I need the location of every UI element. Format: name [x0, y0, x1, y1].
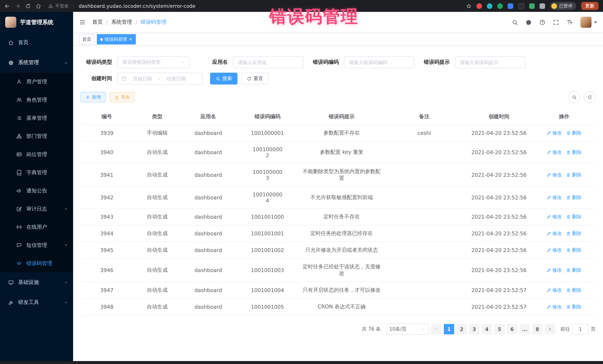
start-date-input[interactable]: [129, 76, 156, 81]
cell-actions: 修改 删除: [533, 163, 596, 187]
address-url[interactable]: dashboard.yudao.iocoder.cn/system/error-…: [79, 3, 196, 9]
delete-link[interactable]: 删除: [567, 130, 582, 136]
sidebar-item-dev-tools[interactable]: 研发工具: [0, 292, 73, 312]
range-separator: -: [158, 76, 160, 81]
page-size-select[interactable]: 10条/页: [386, 324, 429, 335]
extension-icon-blue[interactable]: [508, 3, 513, 9]
paused-badge[interactable]: 已暂停: [550, 2, 576, 10]
delete-link[interactable]: 删除: [567, 304, 582, 310]
page-button-4[interactable]: 4: [482, 324, 492, 334]
edit-link[interactable]: 修改: [547, 267, 562, 274]
sidebar-item-announcements[interactable]: 通知公告: [0, 182, 73, 200]
bookmark-star-icon[interactable]: [466, 3, 472, 9]
delete-link[interactable]: 删除: [567, 230, 582, 237]
delete-link[interactable]: 删除: [567, 247, 582, 254]
browser-forward-icon[interactable]: [15, 3, 20, 9]
sidebar-item-sms[interactable]: 短信管理: [0, 236, 73, 254]
next-page-button[interactable]: [545, 324, 555, 334]
id-card-icon: [16, 152, 22, 157]
sidebar-item-error-codes[interactable]: 错误码管理: [0, 254, 73, 272]
puzzle-extensions-icon[interactable]: [540, 3, 545, 9]
edit-link[interactable]: 修改: [547, 287, 562, 294]
sidebar-item-positions[interactable]: 岗位管理: [0, 145, 73, 164]
delete-link[interactable]: 删除: [567, 213, 582, 220]
toggle-search-button[interactable]: [568, 91, 580, 103]
extension-icon-green2[interactable]: [529, 3, 535, 9]
export-button[interactable]: 导出: [109, 92, 135, 102]
delete-link[interactable]: 删除: [567, 149, 582, 156]
sidebar-item-users[interactable]: 用户管理: [0, 73, 73, 91]
delete-link[interactable]: 删除: [567, 194, 582, 201]
refresh-table-button[interactable]: [584, 91, 596, 103]
goto-page-input[interactable]: [572, 324, 589, 334]
delete-link[interactable]: 删除: [567, 172, 582, 178]
cell-app: dashboard: [181, 187, 235, 209]
edit-link[interactable]: 修改: [547, 247, 562, 254]
sidebar-item-home[interactable]: 首页: [0, 33, 73, 53]
page-button-8[interactable]: 8: [532, 324, 543, 334]
breadcrumb-home[interactable]: 首页: [93, 19, 103, 26]
extension-icon-green[interactable]: [497, 3, 503, 9]
download-icon: [114, 95, 119, 99]
page-button-3[interactable]: 3: [469, 324, 479, 334]
app-logo[interactable]: 芋道管理系统: [0, 12, 73, 33]
sidebar-item-system[interactable]: 系统管理: [0, 53, 73, 73]
page-button-6[interactable]: 6: [507, 324, 517, 334]
edit-link[interactable]: 修改: [547, 149, 562, 156]
end-date-input[interactable]: [162, 76, 190, 81]
more-pages-button[interactable]: ...: [520, 324, 530, 334]
prev-page-button[interactable]: [431, 324, 441, 334]
tab-error-codes[interactable]: 错误码管理: [97, 34, 136, 44]
close-icon[interactable]: [129, 37, 132, 41]
browser-reload-icon[interactable]: [25, 3, 31, 9]
extension-icon-dark[interactable]: [518, 3, 524, 9]
date-range-picker[interactable]: -: [117, 73, 203, 85]
edit-link[interactable]: 修改: [547, 194, 562, 201]
reset-button[interactable]: 重置: [241, 73, 269, 85]
sidebar-item-roles[interactable]: 角色管理: [0, 91, 73, 109]
edit-link[interactable]: 修改: [547, 213, 562, 220]
search-button[interactable]: 搜索: [210, 73, 237, 85]
page-content: 错误码类型 请选择错误码类型 应用名 错误码编码: [73, 46, 603, 364]
page-button-2[interactable]: 2: [456, 324, 467, 334]
page-button-5[interactable]: 5: [494, 324, 505, 334]
extension-icon-teal[interactable]: [487, 3, 492, 9]
error-code-input[interactable]: [344, 56, 415, 68]
tags-bar: 首页 错误码管理: [73, 33, 603, 46]
github-icon[interactable]: [525, 19, 532, 25]
font-size-icon[interactable]: [567, 19, 573, 25]
error-message-input[interactable]: [455, 56, 525, 68]
tab-home[interactable]: 首页: [79, 34, 95, 44]
page-button-1[interactable]: 1: [444, 324, 454, 334]
edit-link[interactable]: 修改: [547, 130, 562, 136]
hamburger-icon[interactable]: [79, 19, 86, 26]
sidebar-item-infrastructure[interactable]: 基础设施: [0, 272, 73, 292]
sidebar-item-audit-logs[interactable]: 审计日志: [0, 200, 73, 218]
browser-back-icon[interactable]: [4, 3, 10, 9]
browser-home-icon[interactable]: [36, 3, 41, 9]
chevron-left-icon: [434, 327, 439, 331]
search-icon[interactable]: [512, 19, 518, 25]
security-indicator[interactable]: 不安全: [48, 3, 69, 9]
sidebar-item-dictionary[interactable]: 字典管理: [0, 164, 73, 182]
fullscreen-icon[interactable]: [553, 19, 559, 25]
edit-link[interactable]: 修改: [547, 172, 562, 178]
breadcrumb-system[interactable]: 系统管理: [111, 19, 132, 26]
delete-icon: [567, 268, 571, 272]
cell-actions: 修改 删除: [533, 225, 596, 242]
help-icon[interactable]: [539, 19, 545, 25]
user-menu[interactable]: [580, 17, 597, 28]
extension-icon-red[interactable]: [476, 3, 482, 9]
edit-link[interactable]: 修改: [547, 304, 562, 310]
sidebar-item-online-users[interactable]: 在线用户: [0, 218, 73, 236]
create-time-label: 创建时间: [81, 75, 117, 82]
delete-link[interactable]: 删除: [567, 287, 582, 294]
add-button[interactable]: 新增: [81, 92, 106, 102]
app-name-input[interactable]: [233, 56, 303, 68]
edit-link[interactable]: 修改: [547, 230, 562, 237]
error-type-select[interactable]: 请选择错误码类型: [117, 56, 190, 68]
sidebar-item-menus[interactable]: 菜单管理: [0, 109, 73, 127]
browser-update-button[interactable]: 更新: [581, 2, 599, 10]
sidebar-item-departments[interactable]: 部门管理: [0, 127, 73, 145]
delete-link[interactable]: 删除: [567, 267, 582, 274]
